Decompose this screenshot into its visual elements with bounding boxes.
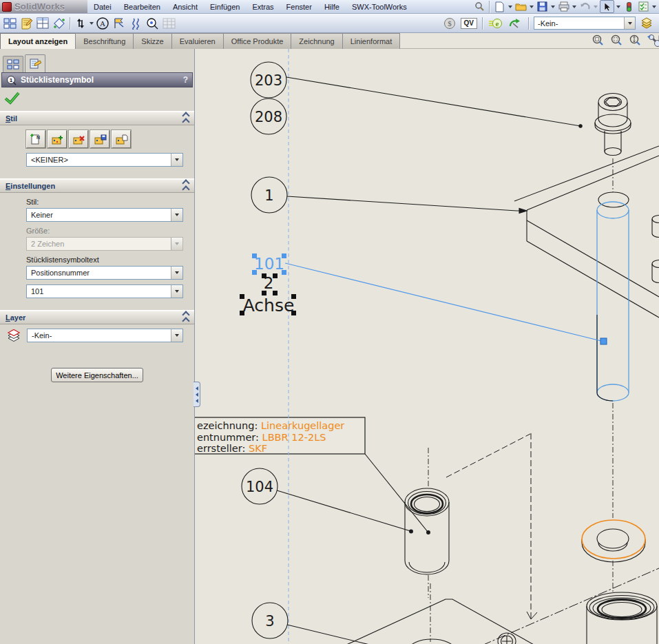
note-icon[interactable] xyxy=(18,15,34,31)
bottom-screw-part[interactable] xyxy=(498,633,516,644)
section-layer-header[interactable]: Layer xyxy=(0,311,194,324)
menu-hilfe[interactable]: Hilfe xyxy=(318,1,346,12)
collapse-chevron-icon[interactable] xyxy=(183,180,189,192)
selected-note-annotation[interactable]: 1012Achse xyxy=(240,253,607,344)
traffic-light-icon[interactable] xyxy=(623,1,636,12)
help-button[interactable]: ? xyxy=(183,75,188,85)
search-icon[interactable] xyxy=(472,1,485,12)
add-style-button[interactable] xyxy=(48,130,67,148)
symboltext-dropdown[interactable]: Positionsnummer xyxy=(26,266,183,280)
note-circle-icon[interactable]: A xyxy=(94,15,111,31)
balloon-3[interactable]: 3 xyxy=(265,613,274,630)
balloon-leaders[interactable] xyxy=(277,77,582,644)
layer-combobox[interactable]: -Kein- xyxy=(534,17,636,30)
print-dropdown-icon[interactable] xyxy=(572,6,576,8)
note-line-101[interactable]: 101 xyxy=(254,255,284,273)
zoom-fit-icon[interactable] xyxy=(591,34,605,48)
tab-beschriftung[interactable]: Beschriftung xyxy=(75,33,134,49)
menu-einfuegen[interactable]: Einfügen xyxy=(204,1,246,12)
save-dropdown-icon[interactable] xyxy=(551,6,555,8)
collapse-chevron-icon[interactable] xyxy=(183,312,189,324)
balloon-203[interactable]: 203 xyxy=(255,72,282,89)
delete-style-button[interactable] xyxy=(69,130,88,148)
screw-part[interactable] xyxy=(595,94,631,156)
tab-skizze[interactable]: Skizze xyxy=(133,33,171,49)
options-checklist-icon[interactable] xyxy=(637,1,650,12)
feature-manager-tab[interactable] xyxy=(3,56,23,72)
collapse-chevron-icon[interactable] xyxy=(183,113,189,125)
stil-dropdown[interactable]: Keiner xyxy=(26,208,183,222)
balloons[interactable]: 20320811043 xyxy=(242,62,288,638)
tab-layout-anzeigen[interactable]: Layout anzeigen xyxy=(0,33,76,49)
edge-posts-part[interactable] xyxy=(652,216,659,283)
balloon-1[interactable]: 1 xyxy=(264,187,273,204)
zoom-area-icon[interactable] xyxy=(609,34,623,48)
reverse-direction-icon[interactable] xyxy=(72,15,89,31)
reverse-dropdown-icon[interactable] xyxy=(90,22,94,25)
layer-dropdown[interactable]: -Kein- xyxy=(27,329,183,342)
open-dropdown-icon[interactable] xyxy=(530,6,534,8)
drawing-geometry[interactable]: ezeichnung: Linearkugellagerentnummer: L… xyxy=(195,49,659,644)
revision-table-icon[interactable] xyxy=(34,15,51,31)
format-painter-icon[interactable] xyxy=(51,15,67,31)
previous-view-icon[interactable] xyxy=(647,34,659,48)
undo-icon[interactable] xyxy=(578,1,592,12)
options-dropdown-icon[interactable] xyxy=(652,6,656,8)
achse-cylinder-selected[interactable] xyxy=(597,202,629,401)
tab-evaluieren[interactable]: Evaluieren xyxy=(171,33,224,49)
layer-properties-icon[interactable] xyxy=(638,15,655,31)
tab-zeichnung[interactable]: Zeichnung xyxy=(291,33,342,49)
section-stil-header[interactable]: Stil xyxy=(0,112,194,125)
weld-symbol-icon[interactable] xyxy=(127,15,144,31)
more-properties-button[interactable]: Weitere Eigenschaften... xyxy=(51,368,143,382)
bom-table-icon[interactable] xyxy=(160,15,177,31)
balloon-208[interactable]: 208 xyxy=(255,109,282,125)
menu-swx-toolworks[interactable]: SWX-ToolWorks xyxy=(346,1,413,12)
select-arrow-icon[interactable] xyxy=(600,0,614,13)
undo-dropdown-icon[interactable] xyxy=(594,6,598,8)
new-dropdown-icon[interactable] xyxy=(508,6,512,8)
note-line-achse[interactable]: Achse xyxy=(243,295,295,315)
nummer-dropdown[interactable]: 101 xyxy=(26,284,183,298)
property-manager-tab[interactable] xyxy=(25,54,45,72)
new-document-icon[interactable] xyxy=(493,1,506,12)
edrawings-icon[interactable]: e xyxy=(488,15,504,31)
menu-ansicht[interactable]: Ansicht xyxy=(167,1,204,12)
save-icon[interactable] xyxy=(536,1,549,12)
balloon-flag-icon[interactable] xyxy=(111,15,127,31)
panel-splitter[interactable] xyxy=(193,382,200,407)
layer-dropdown-arrow[interactable] xyxy=(171,329,182,342)
open-folder-icon[interactable] xyxy=(514,1,527,12)
drawing-canvas[interactable]: ezeichnung: Linearkugellagerentnummer: L… xyxy=(195,49,659,644)
select-dropdown-icon[interactable] xyxy=(616,6,620,8)
layer-combobox-arrow[interactable] xyxy=(624,17,635,29)
symboltext-dropdown-arrow[interactable] xyxy=(171,267,182,279)
print-icon[interactable] xyxy=(557,1,570,12)
style-dropdown[interactable]: <KEINER> xyxy=(26,153,183,167)
tab-office-produkte[interactable]: Office Produkte xyxy=(223,33,292,49)
nummer-dropdown-arrow[interactable] xyxy=(171,285,182,298)
balloon-tool-icon[interactable] xyxy=(144,15,160,31)
menu-fenster[interactable]: Fenster xyxy=(280,1,318,12)
menu-bearbeiten[interactable]: Bearbeiten xyxy=(118,1,167,12)
save-style-button[interactable] xyxy=(90,130,109,148)
washer-part-highlighted[interactable] xyxy=(582,520,645,562)
new-style-button[interactable]: N xyxy=(26,130,45,148)
style-dropdown-arrow[interactable] xyxy=(171,154,182,166)
load-style-button[interactable] xyxy=(112,130,131,148)
currency-icon[interactable]: $ xyxy=(441,15,458,31)
menu-extras[interactable]: Extras xyxy=(246,1,280,12)
ok-checkmark-icon[interactable] xyxy=(4,91,21,105)
section-einstellungen-header[interactable]: Einstellungen xyxy=(0,179,194,193)
drawing-area[interactable]: ezeichnung: Linearkugellagerentnummer: L… xyxy=(195,49,659,644)
bushing2-part[interactable] xyxy=(587,592,657,644)
stil-dropdown-arrow[interactable] xyxy=(171,209,182,221)
tab-linienformat[interactable]: Linienformat xyxy=(342,33,401,49)
edrawings-publish-icon[interactable] xyxy=(507,15,523,31)
upper-plate-part[interactable] xyxy=(514,146,659,318)
model-items-icon[interactable] xyxy=(1,15,18,31)
balloon-104[interactable]: 104 xyxy=(246,479,273,495)
menu-datei[interactable]: Datei xyxy=(87,1,118,12)
zoom-in-out-icon[interactable] xyxy=(628,34,642,48)
qv-button[interactable]: QV xyxy=(461,18,477,29)
